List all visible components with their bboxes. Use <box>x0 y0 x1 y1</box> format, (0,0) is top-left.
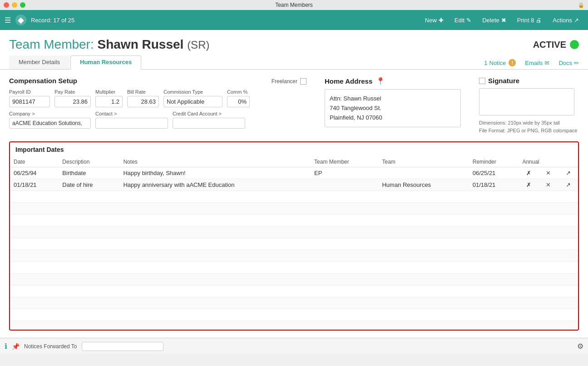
emails-link[interactable]: Emails ✉ <box>525 60 549 66</box>
tab-human-resources[interactable]: Human Resources <box>70 55 141 70</box>
contact-input[interactable] <box>95 118 168 129</box>
multiplier-input[interactable] <box>95 96 123 107</box>
notices-label: Notices Forwarded To <box>24 343 77 350</box>
empty-row <box>10 262 578 274</box>
close-button[interactable] <box>4 2 9 8</box>
section-top: Compensation Setup Freelancer Payroll ID… <box>9 77 579 134</box>
title-bar: Team Members 🔒 <box>0 0 588 10</box>
notice-link[interactable]: 1 Notice ! <box>484 59 516 66</box>
member-abbr: (SR) <box>187 39 209 51</box>
company-group: Company > <box>9 111 91 129</box>
payroll-id-group: Payroll ID <box>9 89 50 107</box>
cell-open[interactable]: ↗ <box>558 167 578 179</box>
comm-pct-label: Comm % <box>227 89 250 95</box>
comp-fields-row1: Payroll ID Pay Rate Multiplier Bill Rate… <box>9 89 306 107</box>
freelancer-checkbox[interactable] <box>300 78 306 85</box>
payroll-id-label: Payroll ID <box>9 89 50 95</box>
docs-link[interactable]: Docs ✏ <box>558 60 579 66</box>
notice-count: 1 <box>484 60 487 66</box>
col-date: Date <box>10 157 59 167</box>
cell-team-member <box>311 179 378 191</box>
file-format-value: JPEG or PNG, RGB colorspace <box>507 128 578 133</box>
cell-team: Human Resources <box>378 179 469 191</box>
cell-delete[interactable]: ✕ <box>539 167 558 179</box>
signature-checkbox[interactable] <box>479 78 485 84</box>
lock-icon: 🔒 <box>578 2 584 8</box>
credit-card-input[interactable] <box>173 118 245 129</box>
company-label[interactable]: Company > <box>9 111 91 116</box>
record-title: Team Member: Shawn Russel (SR) <box>9 37 209 52</box>
signature-header: Signature <box>479 77 579 85</box>
menu-icon[interactable]: ☰ <box>5 16 11 25</box>
dates-table-wrapper[interactable]: Date Description Notes Team Member Team … <box>10 157 578 330</box>
body-area: Compensation Setup Freelancer Payroll ID… <box>0 70 588 338</box>
window-controls[interactable] <box>4 2 25 8</box>
empty-row <box>10 191 578 203</box>
cell-delete[interactable]: ✕ <box>539 179 558 191</box>
minimize-button[interactable] <box>12 2 17 8</box>
notice-icon: ! <box>509 59 516 66</box>
print-button[interactable]: Print 8 🖨 <box>513 15 547 25</box>
empty-row <box>10 321 578 330</box>
cell-open[interactable]: ↗ <box>558 179 578 191</box>
empty-row <box>10 309 578 321</box>
dates-table-head: Date Description Notes Team Member Team … <box>10 157 578 167</box>
empty-row <box>10 286 578 297</box>
bill-rate-group: Bill Rate <box>127 89 159 107</box>
cell-description: Birthdate <box>59 167 119 179</box>
member-name: Shawn Russel <box>98 37 184 51</box>
delete-button[interactable]: Delete ✖ <box>478 15 511 25</box>
cell-annual: ✗ <box>519 167 539 179</box>
important-dates-header: Important Dates <box>10 142 578 157</box>
footer: ℹ 📌 Notices Forwarded To ⚙ <box>0 338 588 354</box>
window-title: Team Members <box>275 2 313 8</box>
nav-arrow-icon[interactable]: ◆ <box>15 15 26 25</box>
tab-member-details[interactable]: Member Details <box>9 55 69 69</box>
pay-rate-input[interactable] <box>54 96 91 107</box>
compensation-section: Compensation Setup Freelancer Payroll ID… <box>9 77 306 134</box>
empty-row <box>10 203 578 215</box>
info-icon[interactable]: ℹ <box>5 342 7 351</box>
pin-icon[interactable]: 📌 <box>12 343 20 350</box>
col-team: Team <box>378 157 469 167</box>
status-badge: ACTIVE <box>533 40 579 50</box>
actions-button[interactable]: Actions ↗ <box>548 15 583 25</box>
new-button[interactable]: New ✚ <box>420 15 448 25</box>
notices-input[interactable] <box>82 342 163 351</box>
signature-box <box>479 88 574 115</box>
commission-type-select[interactable]: Not Applicable <box>163 96 222 107</box>
signature-title: Signature <box>488 77 519 85</box>
contact-group: Contact > <box>95 111 168 129</box>
map-pin-icon[interactable]: 📍 <box>376 77 385 85</box>
table-row[interactable]: 01/18/21 Date of hire Happy anniversary … <box>10 179 578 191</box>
col-notes: Notes <box>119 157 311 167</box>
edit-label: Edit <box>455 17 464 24</box>
toolbar-right: New ✚ Edit ✎ Delete ✖ Print 8 🖨 Actions … <box>420 15 583 25</box>
docs-label: Docs <box>558 60 572 66</box>
empty-row <box>10 250 578 262</box>
pay-rate-label: Pay Rate <box>54 89 91 95</box>
record-info: Record: 17 of 25 <box>31 17 74 24</box>
edit-button[interactable]: Edit ✎ <box>450 15 476 25</box>
dates-table-body: 06/25/94 Birthdate Happy birthday, Shawn… <box>10 167 578 330</box>
file-format-label: File Format: <box>479 128 506 133</box>
col-team-member: Team Member <box>311 157 378 167</box>
signature-info: Dimensions: 210px wide by 35px tall File… <box>479 119 579 134</box>
contact-label[interactable]: Contact > <box>95 111 168 116</box>
bill-rate-input[interactable] <box>127 96 159 107</box>
dimensions-label: Dimensions: <box>479 120 507 125</box>
commission-type-group: Commission Type Not Applicable <box>163 89 222 107</box>
freelancer-label: Freelancer <box>272 78 297 85</box>
payroll-id-input[interactable] <box>9 96 50 107</box>
comm-pct-input[interactable] <box>227 96 250 107</box>
bill-rate-label: Bill Rate <box>127 89 159 95</box>
empty-row <box>10 226 578 238</box>
gear-icon[interactable]: ⚙ <box>577 342 583 351</box>
credit-card-label[interactable]: Credit Card Account > <box>173 111 245 116</box>
table-row[interactable]: 06/25/94 Birthdate Happy birthday, Shawn… <box>10 167 578 179</box>
status-text: ACTIVE <box>533 40 566 50</box>
col-annual: Annual <box>519 157 578 167</box>
maximize-button[interactable] <box>20 2 25 8</box>
company-input[interactable] <box>9 118 91 129</box>
status-dot <box>570 40 579 49</box>
